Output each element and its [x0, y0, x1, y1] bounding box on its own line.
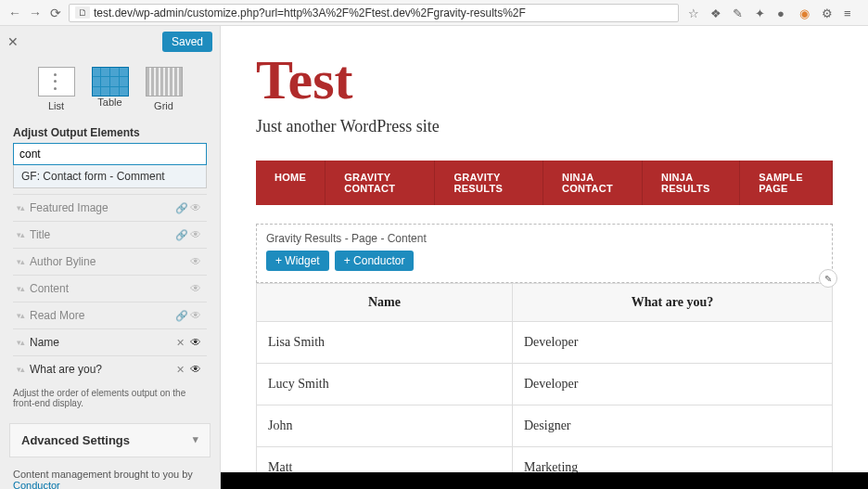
table-icon — [92, 67, 129, 97]
chevron-down-icon: ▾ — [193, 433, 198, 447]
display-type-selector: List Table Grid — [0, 58, 220, 119]
evernote-icon[interactable]: ✦ — [755, 6, 768, 19]
url-text: test.dev/wp-admin/customize.php?url=http… — [94, 6, 526, 19]
page-icon: 🗋 — [75, 6, 90, 19]
remove-icon[interactable]: ✕ — [176, 364, 185, 376]
widget-area[interactable]: Gravity Results - Page - Content + Widge… — [256, 224, 833, 283]
fire-icon[interactable]: ◉ — [799, 6, 812, 19]
results-table: Name What are you? Lisa SmithDeveloper L… — [256, 283, 833, 489]
drag-handle-icon[interactable]: ▾▴ — [17, 230, 24, 239]
close-customizer-button[interactable]: ✕ — [7, 34, 19, 49]
reload-button[interactable]: ⟳ — [48, 6, 63, 20]
primary-nav: HOME GRAVITY CONTACT GRAVITY RESULTS NIN… — [256, 161, 833, 205]
link-icon[interactable]: 🔗 — [175, 310, 186, 322]
menu-icon[interactable]: ≡ — [844, 6, 857, 19]
display-list-label: List — [38, 100, 75, 111]
gear-icon[interactable]: ⚙ — [822, 6, 835, 19]
table-row: Lucy SmithDeveloper — [257, 364, 833, 405]
eye-icon[interactable]: 👁 — [190, 228, 203, 241]
col-name: Name — [257, 284, 513, 322]
table-row: Lisa SmithDeveloper — [257, 322, 833, 364]
nav-ninja-results[interactable]: NINJA RESULTS — [643, 161, 740, 205]
element-title[interactable]: ▾▴Title🔗👁 — [13, 221, 207, 248]
browser-toolbar: ← → ⟳ 🗋 test.dev/wp-admin/customize.php?… — [0, 0, 868, 26]
nav-gravity-contact[interactable]: GRAVITY CONTACT — [326, 161, 435, 205]
element-author-byline[interactable]: ▾▴Author Byline👁 — [13, 248, 207, 275]
drag-handle-icon[interactable]: ▾▴ — [17, 203, 24, 212]
grid-icon — [146, 67, 183, 97]
tag-icon[interactable]: ● — [777, 6, 790, 19]
saved-button[interactable]: Saved — [162, 32, 212, 52]
display-grid-option[interactable]: Grid — [146, 67, 183, 111]
output-elements-list: ▾▴Featured Image🔗👁 ▾▴Title🔗👁 ▾▴Author By… — [13, 194, 207, 382]
eye-icon[interactable]: 👁 — [190, 363, 203, 376]
display-grid-label: Grid — [146, 100, 183, 111]
footer-credit: Content management brought to you by Con… — [0, 457, 220, 489]
adjust-output-label: Adjust Output Elements — [0, 119, 220, 143]
element-what-are-you[interactable]: ▾▴What are you?✕👁 — [13, 355, 207, 382]
link-icon[interactable]: 🔗 — [175, 202, 186, 214]
star-icon[interactable]: ☆ — [688, 6, 701, 19]
drag-handle-icon[interactable]: ▾▴ — [17, 284, 24, 293]
add-widget-button[interactable]: + Widget — [266, 251, 329, 271]
table-row: JohnDesigner — [257, 405, 833, 447]
drag-handle-icon[interactable]: ▾▴ — [17, 311, 24, 320]
element-read-more[interactable]: ▾▴Read More🔗👁 — [13, 302, 207, 328]
eye-icon[interactable]: 👁 — [190, 201, 203, 214]
element-name[interactable]: ▾▴Name✕👁 — [13, 328, 207, 355]
url-bar[interactable]: 🗋 test.dev/wp-admin/customize.php?url=ht… — [69, 4, 679, 22]
stack-icon[interactable]: ❖ — [710, 6, 723, 19]
nav-ninja-contact[interactable]: NINJA CONTACT — [543, 161, 643, 205]
display-table-option[interactable]: Table — [92, 67, 129, 111]
advanced-settings-toggle[interactable]: Advanced Settings ▾ — [9, 423, 211, 457]
col-what: What are you? — [512, 284, 832, 322]
element-filter-input[interactable] — [13, 143, 207, 165]
preview-pane: Test Just another WordPress site HOME GR… — [221, 26, 868, 489]
back-button[interactable]: ← — [7, 6, 22, 20]
widget-path: Gravity Results - Page - Content — [266, 232, 823, 245]
display-list-option[interactable]: List — [38, 67, 75, 111]
eye-icon[interactable]: 👁 — [190, 336, 203, 349]
display-table-label: Table — [92, 97, 129, 108]
list-icon — [38, 67, 75, 97]
eye-icon[interactable]: 👁 — [190, 282, 203, 295]
nav-sample-page[interactable]: SAMPLE PAGE — [740, 161, 833, 205]
drag-handle-icon[interactable]: ▾▴ — [17, 365, 24, 374]
forward-button[interactable]: → — [28, 6, 43, 20]
add-conductor-button[interactable]: + Conductor — [335, 251, 415, 271]
helper-text: Adjust the order of elements output on t… — [0, 382, 220, 418]
edit-pencil-icon[interactable]: ✎ — [819, 269, 837, 288]
element-content[interactable]: ▾▴Content👁 — [13, 275, 207, 302]
eyedropper-icon[interactable]: ✎ — [733, 6, 746, 19]
drag-handle-icon[interactable]: ▾▴ — [17, 257, 24, 266]
site-title[interactable]: Test — [256, 52, 833, 108]
nav-gravity-results[interactable]: GRAVITY RESULTS — [435, 161, 543, 205]
bottom-bar — [221, 472, 868, 489]
autocomplete-suggestion[interactable]: GF: Contact form - Comment — [13, 165, 207, 188]
element-featured-image[interactable]: ▾▴Featured Image🔗👁 — [13, 194, 207, 221]
nav-home[interactable]: HOME — [256, 161, 326, 205]
site-tagline: Just another WordPress site — [256, 117, 833, 136]
link-icon[interactable]: 🔗 — [175, 229, 186, 241]
customizer-sidebar: ✕ Saved List Table Grid Adjust — [0, 26, 221, 489]
remove-icon[interactable]: ✕ — [176, 337, 185, 349]
conductor-link[interactable]: Conductor — [13, 480, 60, 489]
drag-handle-icon[interactable]: ▾▴ — [17, 338, 24, 347]
eye-icon[interactable]: 👁 — [190, 309, 203, 322]
eye-icon[interactable]: 👁 — [190, 255, 203, 268]
